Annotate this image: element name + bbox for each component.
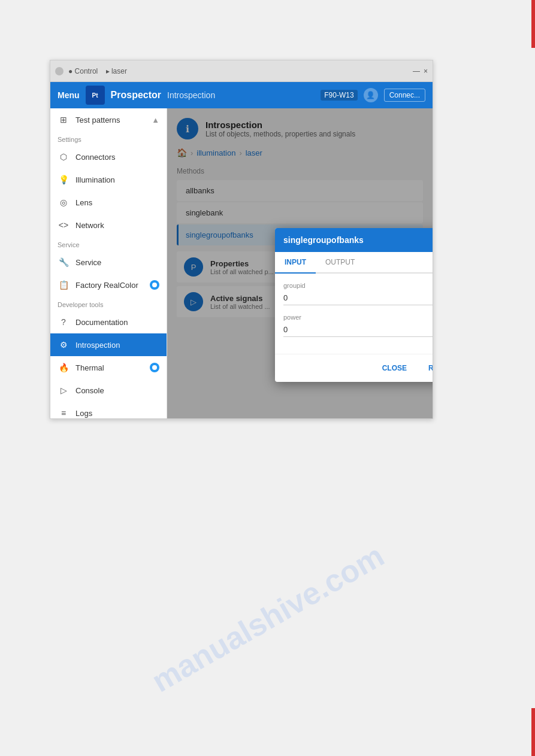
browser-tab-title: ● Control ▸ laser bbox=[68, 67, 408, 75]
device-id: F90-W13 bbox=[321, 90, 357, 101]
field-input-power[interactable] bbox=[283, 323, 433, 337]
header-section: Introspection bbox=[167, 90, 215, 100]
app-header: Menu Pt Prospector Introspection F90-W13… bbox=[50, 82, 433, 108]
sidebar-label-logs: Logs bbox=[75, 409, 92, 418]
field-label-power: power bbox=[283, 314, 433, 321]
sidebar-label-factory-realcolor: Factory RealColor bbox=[75, 281, 138, 290]
lens-icon: ◎ bbox=[58, 196, 69, 208]
test-patterns-icon: ⊞ bbox=[58, 114, 69, 126]
field-input-groupid[interactable] bbox=[283, 291, 433, 305]
menu-button[interactable]: Menu bbox=[58, 90, 80, 100]
red-bar-bottom bbox=[531, 708, 535, 756]
sidebar-label-documentation: Documentation bbox=[75, 318, 128, 327]
sidebar-item-service[interactable]: 🔧 Service bbox=[50, 251, 167, 274]
field-label-groupid: groupid bbox=[283, 282, 433, 289]
sidebar: ⊞ Test patterns ▲ Settings ⬡ Connectors … bbox=[50, 108, 167, 418]
svg-point-1 bbox=[152, 365, 157, 370]
sidebar-label-test-patterns: Test patterns bbox=[75, 116, 120, 125]
browser-top-bar: ● Control ▸ laser — × bbox=[50, 60, 433, 82]
sidebar-label-network: Network bbox=[75, 221, 104, 230]
user-icon[interactable]: 👤 bbox=[364, 88, 378, 102]
app-name: Prospector bbox=[111, 90, 161, 101]
app-logo: Pt bbox=[86, 86, 105, 105]
dialog-tab-output[interactable]: OUTPUT bbox=[316, 252, 364, 272]
run-button[interactable]: RUN bbox=[420, 360, 433, 376]
sidebar-item-console[interactable]: ▷ Console bbox=[50, 379, 167, 402]
illumination-icon: 💡 bbox=[58, 174, 69, 186]
developer-group-label: Developer tools bbox=[50, 296, 167, 311]
sidebar-item-documentation[interactable]: ? Documentation bbox=[50, 311, 167, 333]
sidebar-label-thermal: Thermal bbox=[75, 363, 104, 372]
sidebar-label-illumination: Illumination bbox=[75, 175, 115, 184]
svg-point-0 bbox=[152, 283, 157, 287]
main-content: ℹ Introspection List of objects, methods… bbox=[167, 108, 433, 418]
dialog-body: groupid power bbox=[275, 274, 433, 354]
window-actions: — × bbox=[413, 67, 428, 75]
app-window: ● Control ▸ laser — × Menu Pt Prospector… bbox=[50, 60, 433, 419]
sidebar-label-connectors: Connectors bbox=[75, 153, 115, 162]
dialog-tabs: INPUT OUTPUT bbox=[275, 252, 433, 274]
factory-realcolor-icon: 📋 bbox=[58, 279, 69, 291]
window-control[interactable] bbox=[55, 67, 64, 75]
connect-button[interactable]: Connec... bbox=[384, 89, 425, 102]
sidebar-label-introspection: Introspection bbox=[75, 341, 120, 350]
settings-group-label: Settings bbox=[50, 131, 167, 145]
logs-icon: ≡ bbox=[58, 407, 69, 418]
connectors-icon: ⬡ bbox=[58, 151, 69, 163]
minimize-icon[interactable]: — bbox=[413, 67, 420, 75]
service-icon: 🔧 bbox=[58, 256, 69, 268]
sidebar-item-network[interactable]: <> Network bbox=[50, 214, 167, 236]
service-group-label: Service bbox=[50, 236, 167, 251]
close-button[interactable]: CLOSE bbox=[374, 360, 415, 376]
thermal-icon: 🔥 bbox=[58, 362, 69, 374]
sidebar-item-test-patterns[interactable]: ⊞ Test patterns ▲ bbox=[50, 108, 167, 131]
sidebar-item-lens[interactable]: ◎ Lens bbox=[50, 191, 167, 214]
sidebar-item-connectors[interactable]: ⬡ Connectors bbox=[50, 145, 167, 168]
factory-realcolor-badge bbox=[150, 280, 159, 290]
sidebar-item-thermal[interactable]: 🔥 Thermal bbox=[50, 356, 167, 379]
dialog-header: singlegroupofbanks × bbox=[275, 228, 433, 252]
watermark: manualshive.com bbox=[146, 538, 390, 699]
sidebar-item-illumination[interactable]: 💡 Illumination bbox=[50, 168, 167, 191]
console-icon: ▷ bbox=[58, 384, 69, 396]
network-icon: <> bbox=[58, 219, 69, 231]
documentation-icon: ? bbox=[58, 316, 69, 328]
singlegroupofbanks-dialog: singlegroupofbanks × INPUT OUTPUT groupi… bbox=[275, 228, 433, 382]
sidebar-item-introspection[interactable]: ⚙ Introspection bbox=[50, 333, 167, 356]
sidebar-label-lens: Lens bbox=[75, 198, 92, 207]
thermal-badge bbox=[150, 363, 159, 372]
sidebar-item-logs[interactable]: ≡ Logs bbox=[50, 402, 167, 418]
close-icon[interactable]: × bbox=[424, 67, 428, 75]
sidebar-item-factory-realcolor[interactable]: 📋 Factory RealColor bbox=[50, 274, 167, 296]
sidebar-label-console: Console bbox=[75, 386, 104, 395]
chevron-up-icon: ▲ bbox=[152, 116, 159, 125]
dialog-title: singlegroupofbanks bbox=[283, 235, 364, 245]
dialog-actions: CLOSE RUN bbox=[275, 354, 433, 382]
sidebar-label-service: Service bbox=[75, 258, 101, 267]
introspection-icon: ⚙ bbox=[58, 339, 69, 351]
red-bar-top bbox=[531, 0, 535, 48]
app-body: ⊞ Test patterns ▲ Settings ⬡ Connectors … bbox=[50, 108, 433, 418]
dialog-tab-input[interactable]: INPUT bbox=[275, 252, 316, 272]
